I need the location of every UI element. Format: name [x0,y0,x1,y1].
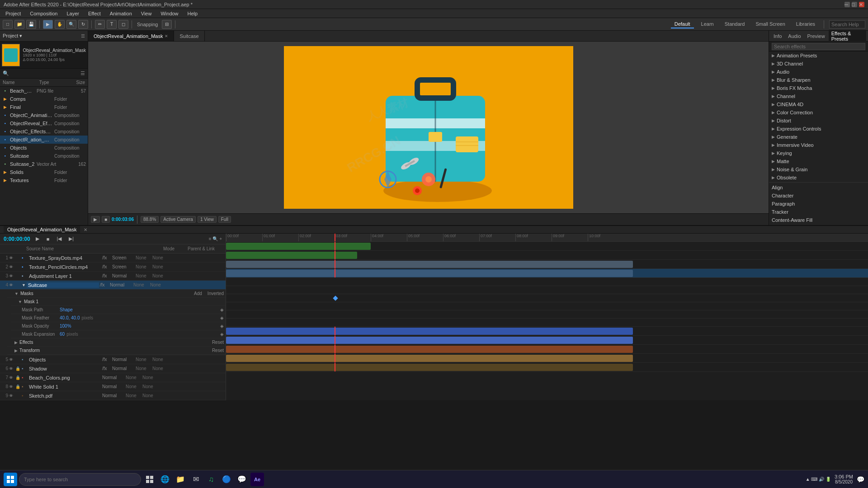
effects-cat-7[interactable]: ▶ Color Correction [769,108,868,117]
toolbar-hand[interactable]: ✋ [55,20,65,29]
vc-stop-btn[interactable]: ■ [102,216,110,223]
tl-first-btn[interactable]: |◀ [55,236,63,242]
menu-help[interactable]: Help [186,11,200,16]
layer-vis-4[interactable]: 👁 [9,283,14,287]
toolbar-save[interactable]: 💾 [26,20,36,29]
taskbar-messaging[interactable]: 💬 [235,473,249,486]
effects-cat-0[interactable]: ▶ Animation Presets [769,52,868,60]
tl-tab-main[interactable]: ObjectReveal_Animation_Mask [4,226,80,233]
layer-parent-9[interactable]: None [142,393,153,398]
toolbar-snap[interactable]: ⊟ [162,20,172,29]
vc-play-btn[interactable]: ▶ [91,216,100,223]
menu-effect[interactable]: Effect [86,11,103,16]
proj-item-3[interactable]: ▪ ObjectC_Animation Composition [0,111,88,119]
track-row-9[interactable] [226,363,868,372]
layer-parent-5[interactable]: None [152,357,163,362]
notification-icon[interactable]: 💬 [857,476,864,483]
layer-parent-1[interactable]: None [152,255,163,260]
effects-cat-2[interactable]: ▶ Audio [769,68,868,76]
tl-last-btn[interactable]: ▶| [67,236,75,242]
track-row-3[interactable] [226,260,868,269]
rp-tab-effects[interactable]: Effects & Presets [829,30,866,42]
mask-opacity-value[interactable]: 100% [60,324,71,328]
track-row-1[interactable] [226,242,868,251]
layer-row-9[interactable]: 9 👁 ▪ Sketch.pdf Normal None None [0,391,226,400]
rp-content-aware[interactable]: Content-Aware Fill [769,216,868,224]
rp-tab-info[interactable]: Info [771,33,784,40]
toolbar-open[interactable]: 📁 [14,20,24,29]
layer-parent-7[interactable]: None [142,375,153,380]
mask-expansion-value[interactable]: 60 [60,332,65,337]
taskbar-explorer[interactable]: 📁 [174,473,187,486]
taskbar-mail[interactable]: ✉ [189,473,203,486]
toolbar-pen[interactable]: ✏ [95,20,105,29]
effects-reset-btn[interactable]: Reset [212,340,224,345]
layer-fx-6[interactable]: /fx [102,366,111,371]
layer-row-1[interactable]: 1 👁 ▪ Texture_SprayDots.mp4 /fx Screen N… [0,253,226,263]
proj-item-10[interactable]: ▶ Solids Folder [0,168,88,176]
layer-mode-6[interactable]: Normal [112,366,135,371]
toolbar-select[interactable]: ▶ [43,20,53,29]
taskbar-spotify[interactable]: ♫ [204,473,218,486]
effects-cat-11[interactable]: ▶ Immersive Video [769,141,868,149]
toolbar-shape[interactable]: ◻ [118,20,128,29]
proj-item-9[interactable]: ▪ Suitcase_2 Vector Art 162 [0,160,88,168]
taskbar-chrome[interactable]: 🔵 [220,473,233,486]
effects-cat-10[interactable]: ▶ Generate [769,133,868,141]
menu-layer[interactable]: Layer [65,11,81,16]
taskbar-edge[interactable]: 🌐 [158,473,172,486]
layer-fx-2[interactable]: /fx [102,264,111,269]
proj-item-5[interactable]: ▪ ObjectC_Effects_Insta Composition [0,127,88,136]
taskbar-task-view[interactable] [143,473,156,486]
mask-add-btn[interactable]: Add [194,291,202,296]
toolbar-zoom-tool[interactable]: 🔍 [66,20,76,29]
layer-fx-5[interactable]: /fx [102,357,111,362]
layer-parent-8[interactable]: None [142,384,153,389]
track-row-8[interactable] [226,354,868,363]
layer-mode-3[interactable]: Normal [112,273,135,278]
layer-parent-2[interactable]: None [152,264,163,269]
menu-composition[interactable]: Composition [28,11,59,16]
effects-cat-12[interactable]: ▶ Keying [769,149,868,157]
effects-cat-6[interactable]: ▶ CINEMA 4D [769,100,868,108]
ws-tab-libraries[interactable]: Libraries [793,20,819,28]
layer-vis-3[interactable]: 👁 [9,274,14,278]
menu-project[interactable]: Project [4,11,23,16]
effects-search-input[interactable] [772,43,865,50]
search-help-input[interactable] [829,20,865,28]
vc-view-mode[interactable]: Active Camera [160,216,196,223]
effects-cat-15[interactable]: ▶ Obsolete [769,174,868,182]
toolbar-text[interactable]: T [107,20,117,29]
close-btn[interactable]: ✕ [859,2,864,7]
effects-cat-1[interactable]: ▶ 3D Channel [769,60,868,68]
track-row-4[interactable] [226,269,868,278]
mask-path-value[interactable]: Shape [60,307,73,312]
proj-item-1[interactable]: ▶ Comps Folder [0,95,88,103]
layer-vis-5[interactable]: 👁 [9,357,14,362]
proj-item-11[interactable]: ▶ Textures Folder [0,176,88,184]
rp-paragraph[interactable]: Paragraph [769,200,868,208]
vc-resolution-btn[interactable]: 88.8% [141,216,159,223]
layer-row-6[interactable]: 6 👁 🔒 ▪ Shadow /fx Normal None None [0,364,226,373]
rp-tab-preview[interactable]: Preview [805,33,828,40]
layer-row-8[interactable]: 8 👁 🔒 ▪ White Solid 1 Normal None None [0,382,226,391]
effects-cat-8[interactable]: ▶ Distort [769,117,868,125]
layer-vis-8[interactable]: 👁 [9,385,14,389]
track-row-6[interactable] [226,336,868,345]
ws-tab-standard[interactable]: Standard [721,20,749,28]
maximize-btn[interactable]: □ [852,2,857,7]
effects-cat-5[interactable]: ▶ Channel [769,92,868,100]
effects-cat-3[interactable]: ▶ Blur & Sharpen [769,76,868,84]
rp-tab-audio[interactable]: Audio [785,33,803,40]
toolbar-new[interactable]: □ [3,20,13,29]
layer-fx-1[interactable]: /fx [102,255,111,260]
track-row-5[interactable] [226,327,868,336]
menu-view[interactable]: View [139,11,154,16]
effects-cat-13[interactable]: ▶ Matte [769,157,868,165]
proj-item-7[interactable]: ▪ Objects Composition [0,144,88,152]
layer-mode-5[interactable]: Normal [112,357,135,362]
layer-row-4[interactable]: 4 👁 ▼ Suitcase /fx Normal None None [0,281,226,290]
ws-tab-default[interactable]: Default [671,20,694,28]
layer-vis-2[interactable]: 👁 [9,265,14,269]
taskbar-search-input[interactable] [19,473,141,486]
